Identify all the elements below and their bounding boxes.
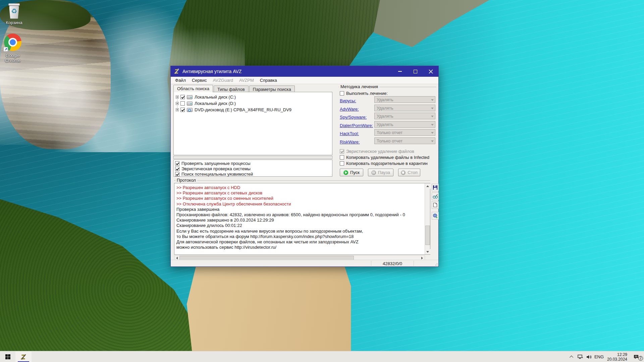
- vulnerability-search-checkbox[interactable]: [175, 172, 179, 176]
- tray-language-button[interactable]: ENG: [594, 351, 604, 362]
- tray-clock[interactable]: 12:29 20.03.2024: [605, 351, 629, 362]
- execute-treatment-checkbox[interactable]: [340, 91, 344, 96]
- view-log-button[interactable]: [432, 192, 439, 200]
- start-button[interactable]: [0, 351, 15, 362]
- save-log-button[interactable]: [432, 184, 439, 191]
- chevron-down-icon: [431, 99, 434, 101]
- option-check-processes[interactable]: Проверять запущенные процессы: [175, 161, 251, 166]
- chevron-up-icon: [570, 355, 573, 359]
- expand-icon[interactable]: [176, 108, 179, 111]
- clear-log-button[interactable]: [432, 201, 439, 209]
- avz-icon: [20, 354, 27, 360]
- clock-time: 12:29: [607, 352, 627, 357]
- heuristic-check-label: Эвристическая проверка системы: [181, 166, 251, 171]
- tab-strip: Область поиска Типы файлов Параметры пои…: [173, 85, 296, 92]
- log-line: Сканирование длилось 00:01:22: [176, 223, 423, 228]
- taskbar-avz-button[interactable]: [15, 351, 32, 362]
- tray-volume-button[interactable]: [585, 351, 593, 362]
- progress-strip: [173, 156, 332, 159]
- menu-help[interactable]: Справка: [257, 77, 280, 83]
- recycle-bin-label: Корзина: [0, 20, 28, 25]
- log-line: можно использовать сервис http://virusde…: [176, 245, 423, 250]
- log-line: то Вы можете обратиться на форум http://…: [176, 234, 423, 239]
- expand-icon[interactable]: [176, 102, 179, 105]
- scroll-down-icon[interactable]: [425, 249, 430, 254]
- scrollbar-thumb[interactable]: [425, 226, 430, 245]
- check-processes-checkbox[interactable]: [175, 161, 179, 166]
- chevron-down-icon: [431, 140, 434, 142]
- option-vulnerability-search[interactable]: Поиск потенциальных уязвимостей: [175, 171, 253, 177]
- copy-infected-label: Копировать удаляемые файлы в Infected: [346, 155, 429, 160]
- scan-tree: Локальный диск (C:) Локальный диск (D:) …: [173, 92, 332, 155]
- recycle-glyph: ♻: [7, 7, 21, 15]
- vertical-scrollbar[interactable]: [425, 183, 430, 254]
- viruses-action-select: Удалять: [374, 96, 435, 103]
- heuristic-delete-option: Эвристическое удаление файлов: [340, 148, 414, 154]
- hacktool-action-select: Только отчет: [374, 129, 435, 136]
- log-line: >> Разрешен автозапуск с HDD: [176, 185, 423, 190]
- dvd-e-checkbox[interactable]: [180, 108, 185, 112]
- menu-avzguard: AVZGuard: [210, 77, 236, 83]
- advware-action-select: Удалять: [374, 105, 435, 111]
- maximize-button[interactable]: [408, 66, 423, 77]
- tab-search-area[interactable]: Область поиска: [173, 85, 213, 92]
- resize-grip[interactable]: [434, 262, 438, 266]
- play-icon: [343, 170, 348, 175]
- web-service-button[interactable]: [432, 212, 439, 220]
- log-line: Проверка завершена: [176, 207, 423, 212]
- hacktool-link[interactable]: HackTool:: [340, 131, 359, 136]
- close-button[interactable]: [423, 66, 438, 77]
- tray-notifications-button[interactable]: 2: [632, 351, 641, 362]
- pause-button: Пауза: [368, 169, 393, 176]
- copy-suspicious-option[interactable]: Копировать подозрительные в карантин: [340, 161, 428, 166]
- tab-file-types[interactable]: Типы файлов: [214, 85, 249, 92]
- scroll-up-icon[interactable]: [425, 183, 430, 189]
- disk-d-checkbox[interactable]: [180, 101, 185, 106]
- expand-icon[interactable]: [176, 96, 179, 99]
- tray-chevron-button[interactable]: [568, 351, 576, 362]
- tree-row-dvd-e[interactable]: DVD-дисковод (E:) CPBA_X64FRE_RU-RU_DV9: [176, 107, 291, 113]
- log-line: >> Разрешен автозапуск с сетевых дисков: [176, 190, 423, 196]
- desktop-icon-chrome[interactable]: ↗ Google Chrome: [0, 34, 27, 63]
- copy-infected-checkbox[interactable]: [340, 155, 344, 160]
- windows-logo-icon: [5, 354, 10, 359]
- tray-network-button[interactable]: [576, 351, 584, 362]
- copy-infected-option[interactable]: Копировать удаляемые файлы в Infected: [340, 155, 429, 160]
- menu-file[interactable]: Файл: [172, 77, 189, 83]
- disk-c-checkbox[interactable]: [180, 95, 185, 99]
- speaker-icon: [586, 355, 592, 359]
- menu-avzpm: AVZPM: [236, 77, 257, 83]
- chevron-down-icon: [431, 108, 434, 109]
- riskware-link[interactable]: RiskWare:: [340, 139, 360, 144]
- riskware-action-select: Только отчет: [374, 137, 435, 144]
- tree-row-disk-d[interactable]: Локальный диск (D:): [176, 101, 236, 106]
- hdd-icon: [187, 95, 193, 99]
- log-line: Сканирование завершено в 20.03.2024 12:2…: [176, 218, 423, 223]
- start-button[interactable]: Пуск: [340, 169, 363, 176]
- chrome-icon: ↗: [4, 34, 21, 51]
- dvd-e-label[interactable]: DVD-дисковод (E:) CPBA_X64FRE_RU-RU_DV9: [195, 107, 291, 112]
- disk-c-label[interactable]: Локальный диск (C:): [195, 95, 236, 100]
- menu-service[interactable]: Сервис: [189, 77, 210, 83]
- log-line: Для автоматической проверки файлов, не о…: [176, 239, 423, 245]
- avz-window: Антивирусная утилита AVZ Файл Сервис AVZ…: [170, 66, 439, 267]
- minimize-icon: [398, 71, 402, 72]
- statusbar: 42832/0/0: [171, 260, 438, 266]
- tree-row-disk-c[interactable]: Локальный диск (C:): [176, 94, 236, 100]
- advware-link[interactable]: AdvWare:: [340, 107, 359, 112]
- protocol-log[interactable]: >> Разрешен автозапуск с HDD >> Разрешен…: [174, 183, 430, 255]
- treatment-group-title: Методика лечения: [339, 84, 379, 89]
- spyware-link[interactable]: Spy/Spyware:: [340, 115, 367, 120]
- dialer-link[interactable]: Dialer/PornWare:: [340, 123, 373, 128]
- desktop-icon-recycle-bin[interactable]: ♻ Корзина: [0, 3, 28, 25]
- option-heuristic-check[interactable]: Эвристическая проверка системы: [175, 166, 251, 171]
- titlebar[interactable]: Антивирусная утилита AVZ: [171, 66, 438, 77]
- disk-d-label[interactable]: Локальный диск (D:): [195, 101, 236, 106]
- viruses-link[interactable]: Вирусы:: [340, 98, 356, 103]
- execute-treatment-option[interactable]: Выполнять лечение:: [340, 90, 388, 96]
- copy-suspicious-checkbox[interactable]: [340, 161, 344, 166]
- tab-search-params[interactable]: Параметры поиска: [249, 85, 295, 92]
- heuristic-check-checkbox[interactable]: [175, 167, 179, 171]
- binoculars-icon: [433, 194, 438, 199]
- minimize-button[interactable]: [392, 66, 408, 77]
